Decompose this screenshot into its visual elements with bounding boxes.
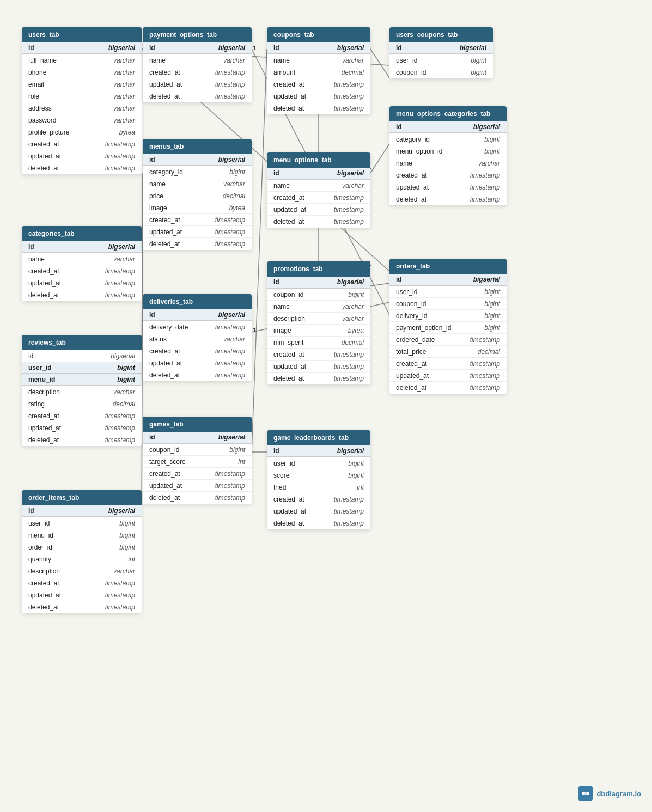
col-users-full_name: full_namevarchar [22, 54, 142, 66]
col-menus-category_id: category_idbigint [143, 166, 252, 178]
col-orders-id: id bigserial [389, 274, 507, 286]
col-moc-id: id bigserial [389, 121, 507, 133]
col-uc-user_id: user_idbigint [389, 54, 493, 66]
col-payment-id: id bigserial [143, 42, 252, 54]
col-users-phone: phonevarchar [22, 66, 142, 78]
col-deliveries-status: statusvarchar [143, 333, 252, 345]
col-orders-delivery_id: delivery_idbigint [389, 310, 507, 322]
col-users-id: id bigserial [22, 42, 142, 54]
col-order-items-id: id bigserial [22, 505, 142, 517]
table-users-tab: users_tab id bigserial full_namevarchar … [22, 27, 142, 174]
col-payment-deleted_at: deleted_attimestamp [143, 90, 252, 102]
col-games-id: id bigserial [143, 432, 252, 444]
col-uc-coupon_id: coupon_idbigint [389, 66, 493, 78]
col-orders-created_at: created_attimestamp [389, 358, 507, 370]
table-header-menu-options: menu_options_tab [267, 152, 370, 168]
col-order-items-order_id: order_idbigint [22, 541, 142, 553]
col-users-password: passwordvarchar [22, 114, 142, 126]
col-deliveries-id: id bigserial [143, 309, 252, 321]
table-header-promotions: promotions_tab [267, 261, 370, 277]
col-deliveries-created_at: created_attimestamp [143, 345, 252, 357]
col-moc-menu_option_id: menu_option_idbigint [389, 145, 507, 157]
col-deliveries-delivery_date: delivery_datetimestamp [143, 321, 252, 333]
col-promotions-name: namevarchar [267, 301, 370, 313]
col-order-items-created_at: created_attimestamp [22, 577, 142, 589]
col-users-deleted_at: deleted_attimestamp [22, 162, 142, 174]
col-games-deleted_at: deleted_attimestamp [143, 492, 252, 504]
col-game-lb-tried: triedint [267, 481, 370, 493]
table-header-users: users_tab [22, 27, 142, 42]
table-users-coupons-tab: users_coupons_tab id bigserial user_idbi… [389, 27, 493, 78]
col-coupons-updated_at: updated_attimestamp [267, 90, 370, 102]
col-menus-deleted_at: deleted_attimestamp [143, 238, 252, 250]
col-games-updated_at: updated_attimestamp [143, 480, 252, 492]
col-order-items-user_id: user_idbigint [22, 517, 142, 529]
col-reviews-menu_id: menu_id bigint [22, 374, 142, 386]
col-users-role: rolevarchar [22, 90, 142, 102]
col-payment-created_at: created_attimestamp [143, 66, 252, 78]
table-header-game-leaderboards: game_leaderboards_tab [267, 430, 370, 445]
col-coupons-name: namevarchar [267, 54, 370, 66]
table-header-order-items: order_items_tab [22, 490, 142, 505]
col-menu-options-deleted_at: deleted_attimestamp [267, 216, 370, 228]
col-deliveries-deleted_at: deleted_attimestamp [143, 369, 252, 381]
col-coupons-id: id bigserial [267, 42, 370, 54]
col-menu-options-id: id bigserial [267, 168, 370, 180]
col-games-created_at: created_attimestamp [143, 468, 252, 480]
col-moc-updated_at: updated_attimestamp [389, 181, 507, 193]
col-reviews-created_at: created_attimestamp [22, 410, 142, 422]
col-reviews-id: idbigserial [22, 350, 142, 362]
col-menus-updated_at: updated_attimestamp [143, 226, 252, 238]
col-game-lb-created_at: created_attimestamp [267, 493, 370, 505]
table-orders-tab: orders_tab id bigserial user_idbigint co… [389, 259, 507, 394]
col-menus-image: imagebytea [143, 202, 252, 214]
col-categories-updated_at: updated_attimestamp [22, 277, 142, 289]
col-coupons-created_at: created_attimestamp [267, 78, 370, 90]
col-game-lb-deleted_at: deleted_attimestamp [267, 517, 370, 529]
col-orders-updated_at: updated_attimestamp [389, 370, 507, 382]
col-menu-options-created_at: created_attimestamp [267, 192, 370, 204]
svg-point-13 [582, 792, 585, 795]
table-header-deliveries: deliveries_tab [143, 294, 252, 309]
branding: dbdiagram.io [578, 786, 641, 801]
table-game-leaderboards-tab: game_leaderboards_tab id bigserial user_… [267, 430, 370, 529]
col-orders-deleted_at: deleted_attimestamp [389, 382, 507, 394]
table-deliveries-tab: deliveries_tab id bigserial delivery_dat… [143, 294, 252, 381]
svg-line-11 [370, 283, 389, 286]
rel-payment-1: 1 [253, 45, 256, 51]
col-order-items-updated_at: updated_attimestamp [22, 589, 142, 601]
col-menus-created_at: created_attimestamp [143, 214, 252, 226]
col-users-updated_at: updated_attimestamp [22, 150, 142, 162]
col-orders-total_price: total_pricedecimal [389, 346, 507, 358]
col-categories-id: id bigserial [22, 241, 142, 253]
table-header-games: games_tab [143, 417, 252, 432]
col-menus-price: pricedecimal [143, 190, 252, 202]
table-menu-options-tab: menu_options_tab id bigserial namevarcha… [267, 152, 370, 228]
col-moc-category_id: category_idbigint [389, 133, 507, 145]
col-moc-created_at: created_attimestamp [389, 169, 507, 181]
col-reviews-updated_at: updated_attimestamp [22, 422, 142, 434]
col-game-lb-id: id bigserial [267, 445, 370, 457]
col-promotions-created_at: created_attimestamp [267, 349, 370, 361]
col-promotions-deleted_at: deleted_attimestamp [267, 373, 370, 384]
col-orders-payment_option_id: payment_option_idbigint [389, 322, 507, 334]
col-promotions-updated_at: updated_attimestamp [267, 361, 370, 373]
col-moc-deleted_at: deleted_attimestamp [389, 193, 507, 205]
col-game-lb-score: scorebigint [267, 469, 370, 481]
col-categories-created_at: created_attimestamp [22, 265, 142, 277]
table-header-reviews: reviews_tab [22, 335, 142, 350]
col-game-lb-user_id: user_idbigint [267, 457, 370, 469]
diagram-canvas: 1 1 1 1 1 1 1 users_tab id bigserial ful… [0, 0, 652, 812]
table-header-users-coupons: users_coupons_tab [389, 27, 493, 42]
col-reviews-rating: ratingdecimal [22, 398, 142, 410]
col-users-profile_picture: profile_picturebytea [22, 126, 142, 138]
col-order-items-deleted_at: deleted_attimestamp [22, 601, 142, 613]
table-reviews-tab: reviews_tab idbigserial user_id bigint m… [22, 335, 142, 446]
brand-label: dbdiagram.io [596, 790, 641, 798]
col-order-items-menu_id: menu_idbigint [22, 529, 142, 541]
col-game-lb-updated_at: updated_attimestamp [267, 505, 370, 517]
svg-line-1 [370, 49, 389, 78]
col-payment-updated_at: updated_attimestamp [143, 78, 252, 90]
col-promotions-min_spent: min_spentdecimal [267, 337, 370, 349]
table-promotions-tab: promotions_tab id bigserial coupon_idbig… [267, 261, 370, 384]
